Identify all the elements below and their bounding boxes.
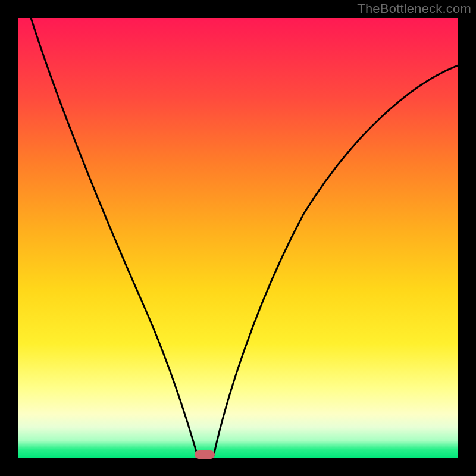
watermark-text: TheBottleneck.com <box>357 1 471 17</box>
left-curve <box>31 18 198 456</box>
plot-area <box>18 18 458 458</box>
curve-layer <box>18 18 458 458</box>
chart-frame: TheBottleneck.com <box>0 0 476 476</box>
bottleneck-marker <box>195 450 215 459</box>
right-curve <box>214 65 458 456</box>
